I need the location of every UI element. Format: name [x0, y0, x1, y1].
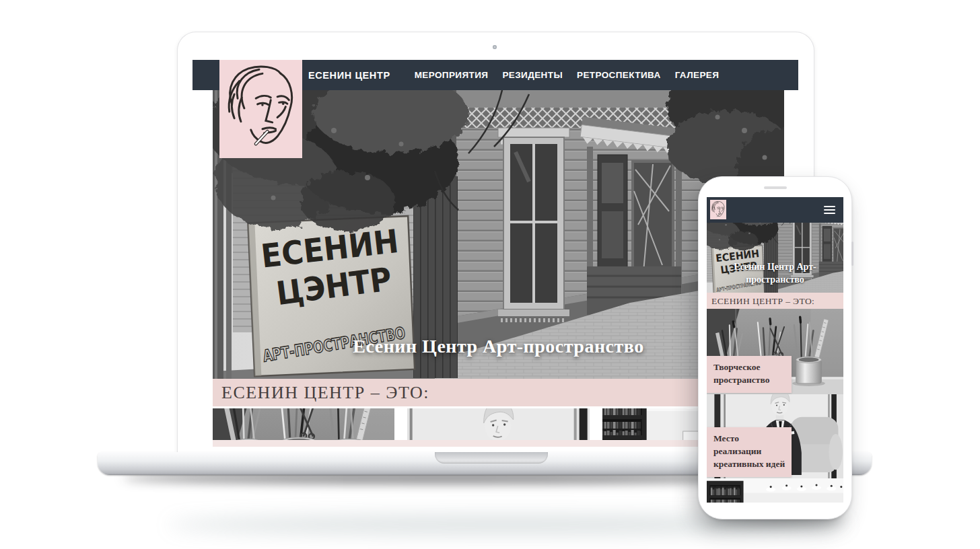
mobile-hero-title: Есенин Центр Арт- пространство	[707, 261, 843, 287]
nav-site-title-link[interactable]: ЕСЕНИН ЦЕНТР	[308, 70, 390, 81]
mobile-section-heading-band: ЕСЕНИН ЦЕНТР – ЭТО:	[707, 293, 843, 309]
thumbnail-art-tools	[213, 408, 394, 440]
webcam-icon	[493, 45, 497, 49]
yesenin-portrait-logo-icon	[219, 60, 302, 158]
mobile-site-viewport: Есенин Центр Арт- пространство ЕСЕНИН ЦЕ…	[707, 197, 843, 503]
mobile-image-library	[707, 478, 843, 503]
mobile-site-logo[interactable]	[710, 200, 726, 219]
mobile-image-art-tools: Творческое пространство	[707, 309, 843, 394]
info-card-ideas-place: Место реализации креативных идей	[707, 427, 792, 477]
phone-power-button	[851, 242, 853, 266]
info-card-creative-space: Творческое пространство	[707, 356, 792, 393]
laptop-base-notch	[435, 452, 548, 464]
yesenin-portrait-logo-icon	[710, 200, 726, 219]
site-logo[interactable]	[219, 60, 302, 158]
hamburger-menu-icon[interactable]	[824, 206, 835, 214]
nav-item-residents[interactable]: РЕЗИДЕНТЫ	[502, 70, 563, 80]
nav-item-gallery[interactable]: ГАЛЕРЕЯ	[675, 70, 720, 80]
phone-mockup: Есенин Центр Арт- пространство ЕСЕНИН ЦЕ…	[698, 176, 852, 519]
mobile-image-portrait-man: Место реализации креативных идей	[707, 394, 843, 478]
nav-item-events[interactable]: МЕРОПРИЯТИЯ	[415, 70, 489, 80]
mobile-hero-image-building: Есенин Центр Арт- пространство	[707, 223, 843, 293]
design-mockup-stage: ЕСЕНИН ЦЕНТР МЕРОПРИЯТИЯ РЕЗИДЕНТЫ РЕТРО…	[0, 0, 980, 549]
thumbnail-portrait-man	[407, 408, 589, 440]
mobile-header	[707, 197, 843, 223]
phone-speaker-slot	[764, 186, 787, 189]
nav-item-retrospective[interactable]: РЕТРОСПЕКТИВА	[577, 70, 661, 80]
mobile-section-heading: ЕСЕНИН ЦЕНТР – ЭТО:	[707, 293, 843, 309]
